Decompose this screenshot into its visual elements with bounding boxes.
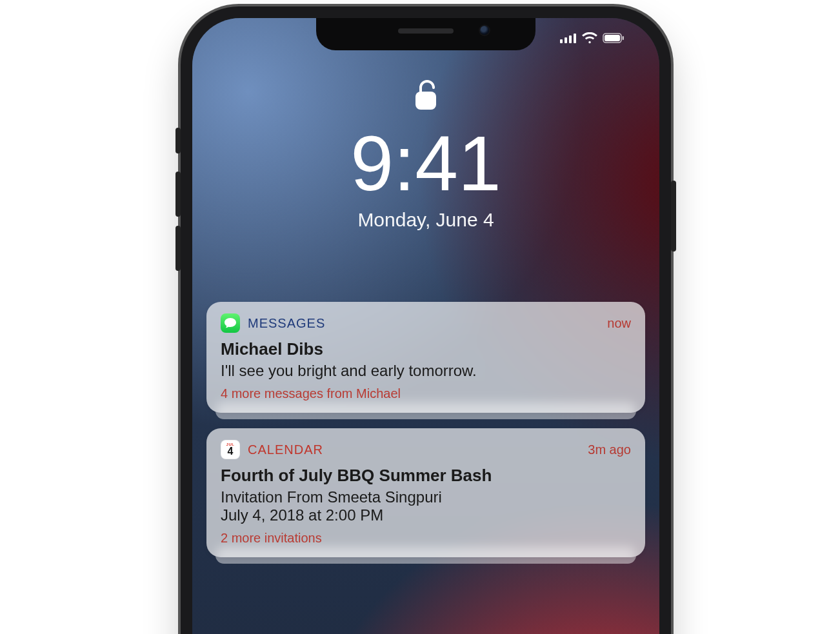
notification-list: MESSAGES now Michael Dibs I'll see you b… <box>206 302 645 557</box>
calendar-icon-day: 4 <box>228 446 234 457</box>
notch <box>316 18 535 50</box>
notification-group-calendar[interactable]: JUL 4 CALENDAR 3m ago Fourth of July BBQ… <box>206 428 645 557</box>
cellular-signal-icon <box>560 33 577 43</box>
svg-rect-2 <box>569 35 572 43</box>
unlock-icon <box>413 77 439 115</box>
svg-rect-1 <box>565 37 567 43</box>
notification-card[interactable]: MESSAGES now Michael Dibs I'll see you b… <box>206 302 645 413</box>
side-button[interactable] <box>671 181 676 252</box>
svg-rect-3 <box>574 34 576 43</box>
battery-icon <box>603 33 625 43</box>
notification-title: Fourth of July BBQ Summer Bash <box>221 466 631 486</box>
notification-more: 4 more messages from Michael <box>221 386 631 401</box>
notification-time: 3m ago <box>588 442 631 457</box>
lock-header: 9:41 Monday, June 4 <box>192 77 659 231</box>
screen: 9:41 Monday, June 4 MESSAGES <box>192 18 659 634</box>
notification-card[interactable]: JUL 4 CALENDAR 3m ago Fourth of July BBQ… <box>206 428 645 557</box>
messages-app-icon <box>221 313 240 333</box>
phone-frame: 9:41 Monday, June 4 MESSAGES <box>181 6 671 634</box>
notification-title: Michael Dibs <box>221 339 631 359</box>
volume-down-button[interactable] <box>175 226 181 271</box>
lock-date: Monday, June 4 <box>192 209 659 231</box>
ring-silent-switch[interactable] <box>175 128 181 154</box>
stage: 9:41 Monday, June 4 MESSAGES <box>0 0 840 634</box>
wifi-icon <box>582 32 597 44</box>
notification-group-messages[interactable]: MESSAGES now Michael Dibs I'll see you b… <box>206 302 645 413</box>
notification-more: 2 more invitations <box>221 531 631 546</box>
svg-rect-7 <box>415 92 436 110</box>
notification-app-name: MESSAGES <box>248 316 325 331</box>
lock-time: 9:41 <box>192 119 659 208</box>
notification-time: now <box>607 316 631 331</box>
notification-body: Invitation From Smeeta Singpuri July 4, … <box>221 488 631 524</box>
front-camera <box>480 26 489 35</box>
notification-body: I'll see you bright and early tomorrow. <box>221 362 631 380</box>
status-bar <box>560 32 625 44</box>
volume-up-button[interactable] <box>175 172 181 217</box>
svg-rect-0 <box>560 39 563 43</box>
earpiece-speaker <box>398 28 454 34</box>
svg-rect-5 <box>605 35 620 41</box>
calendar-app-icon: JUL 4 <box>221 440 240 459</box>
svg-rect-6 <box>623 36 625 40</box>
notification-app-name: CALENDAR <box>248 442 323 457</box>
